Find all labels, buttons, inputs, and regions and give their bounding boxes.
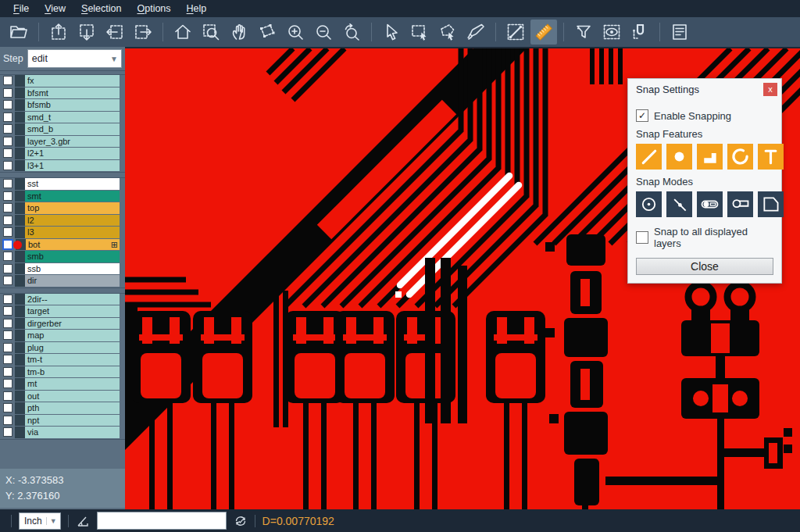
snap-feature-text-button[interactable]	[758, 144, 784, 170]
layer-label[interactable]: top	[25, 202, 120, 214]
ruler-button[interactable]	[530, 20, 557, 45]
layer-row[interactable]: smt	[0, 191, 125, 202]
layer-visibility-checkbox[interactable]	[3, 427, 12, 437]
snap-mode-contour-button[interactable]	[758, 191, 784, 217]
layer-label[interactable]: target	[25, 305, 120, 317]
layer-visibility-checkbox[interactable]	[3, 137, 12, 146]
layer-row[interactable]: out	[0, 391, 125, 402]
layer-label[interactable]: pth	[25, 402, 120, 414]
layer-visibility-checkbox[interactable]	[3, 203, 12, 212]
highlight-view-button[interactable]	[598, 20, 625, 45]
select-polygon-button[interactable]	[434, 20, 461, 45]
layer-visibility-checkbox[interactable]	[3, 367, 12, 377]
layer-label[interactable]: out	[25, 391, 120, 402]
measure-distance-button[interactable]	[502, 20, 529, 45]
layer-visibility-checkbox[interactable]	[3, 252, 12, 261]
layer-row[interactable]: l3	[0, 227, 125, 238]
layer-label[interactable]: l2+1	[25, 148, 120, 159]
pan-up-button[interactable]	[45, 20, 72, 45]
layer-visibility-checkbox[interactable]	[3, 391, 12, 401]
layer-row[interactable]: smd_t	[0, 112, 125, 123]
layer-row[interactable]: bfsmt	[0, 87, 125, 99]
layer-label[interactable]: sst	[25, 178, 120, 190]
layer-label[interactable]: ssb	[25, 263, 120, 275]
layer-label[interactable]: tm-t	[25, 354, 120, 366]
layer-row[interactable]: smb	[0, 251, 125, 262]
angle-measure-icon[interactable]	[76, 514, 90, 528]
select-brush-button[interactable]	[462, 20, 489, 45]
layer-row[interactable]: l2+1	[0, 148, 125, 159]
layer-label[interactable]: layer_3.gbr	[25, 136, 120, 148]
zoom-in-button[interactable]	[282, 20, 309, 45]
layer-visibility-checkbox[interactable]	[2, 239, 13, 250]
layer-visibility-checkbox[interactable]	[3, 355, 12, 364]
layer-row[interactable]: map	[0, 330, 125, 341]
layer-row[interactable]: dir	[0, 275, 125, 287]
layer-visibility-checkbox[interactable]	[3, 416, 12, 425]
layer-visibility-checkbox[interactable]	[3, 403, 12, 412]
layer-visibility-checkbox[interactable]	[3, 227, 12, 237]
dialog-close-icon[interactable]: x	[763, 83, 777, 96]
layer-label[interactable]: map	[25, 330, 120, 341]
report-list-button[interactable]	[666, 20, 693, 45]
layer-label[interactable]: bfsmt	[25, 87, 120, 99]
layer-visibility-checkbox[interactable]	[3, 343, 12, 352]
layer-label[interactable]: dirgerber	[25, 318, 120, 330]
layer-visibility-checkbox[interactable]	[3, 191, 12, 201]
select-rectangle-button[interactable]	[406, 20, 433, 45]
layer-label[interactable]: l2	[25, 215, 120, 227]
layer-row[interactable]: layer_3.gbr	[0, 136, 125, 148]
snap-feature-line-button[interactable]	[636, 144, 662, 170]
step-select[interactable]: edit ▼	[27, 49, 122, 68]
snap-feature-circle-button[interactable]	[666, 144, 692, 170]
layer-row[interactable]: l3+1	[0, 160, 125, 172]
layer-label[interactable]: bfsmb	[25, 99, 120, 111]
select-pointer-button[interactable]	[378, 20, 405, 45]
layer-label[interactable]: tm-b	[25, 366, 120, 378]
layer-row[interactable]: tm-t	[0, 354, 125, 366]
command-input[interactable]	[97, 512, 227, 530]
snap-mode-padstack-filled-button[interactable]	[697, 191, 723, 217]
layer-row[interactable]: tm-b	[0, 366, 125, 378]
layer-visibility-checkbox[interactable]	[3, 276, 12, 285]
zoom-out-button[interactable]	[310, 20, 337, 45]
layer-row[interactable]: 2dir--	[0, 294, 125, 305]
layer-row[interactable]: fx	[0, 75, 125, 87]
layer-row[interactable]: pth	[0, 402, 125, 414]
layer-label[interactable]: smd_b	[25, 123, 120, 135]
layer-label[interactable]: npt	[25, 415, 120, 427]
units-select[interactable]: Inch ▼	[19, 512, 61, 530]
layer-visibility-checkbox[interactable]	[3, 379, 12, 388]
layer-visibility-checkbox[interactable]	[3, 179, 12, 188]
layer-row[interactable]: dirgerber	[0, 318, 125, 330]
layer-visibility-checkbox[interactable]	[3, 112, 12, 122]
layer-row[interactable]: via	[0, 427, 125, 438]
menu-selection[interactable]: Selection	[74, 2, 128, 16]
open-file-button[interactable]	[5, 20, 32, 45]
snap-mode-padstack-outline-button[interactable]	[727, 191, 753, 217]
layer-visibility-checkbox[interactable]	[3, 306, 12, 316]
layer-label[interactable]: smd_t	[25, 112, 120, 123]
zoom-area-button[interactable]	[198, 20, 224, 45]
apply-icon[interactable]	[234, 514, 248, 528]
snap-magnet-button[interactable]	[627, 20, 653, 45]
layer-row[interactable]: target	[0, 305, 125, 317]
layer-row[interactable]: smd_b	[0, 123, 125, 135]
layer-label[interactable]: fx	[25, 75, 120, 87]
menu-file[interactable]: File	[6, 2, 36, 16]
layer-visibility-checkbox[interactable]	[3, 330, 12, 340]
pan-right-button[interactable]	[130, 20, 156, 45]
layer-visibility-checkbox[interactable]	[3, 76, 12, 85]
close-button[interactable]: Close	[636, 258, 773, 275]
layer-label[interactable]: 2dir--	[25, 294, 120, 305]
layer-label[interactable]: smb	[25, 251, 120, 262]
menu-help[interactable]: Help	[180, 2, 214, 16]
home-view-button[interactable]	[170, 20, 196, 45]
dialog-title-bar[interactable]: Snap Settings x	[628, 79, 781, 99]
layer-label[interactable]: smt	[25, 191, 120, 202]
layer-row[interactable]: bfsmb	[0, 99, 125, 111]
menu-options[interactable]: Options	[130, 2, 177, 16]
layer-visibility-checkbox[interactable]	[3, 88, 12, 98]
layer-row[interactable]: top	[0, 202, 125, 214]
layer-visibility-checkbox[interactable]	[3, 319, 12, 328]
